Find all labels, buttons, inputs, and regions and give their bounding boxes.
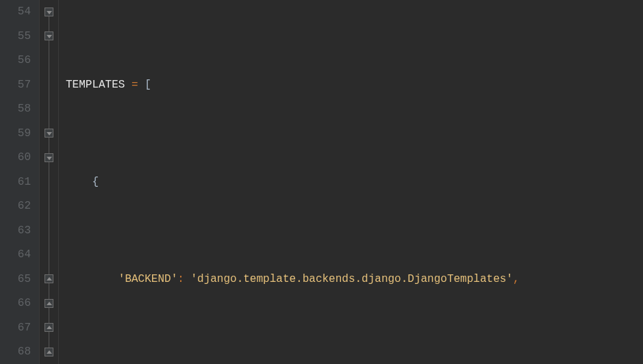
line-number: 60 — [0, 146, 31, 170]
colon: : — [177, 273, 184, 285]
comma: , — [513, 273, 520, 285]
variable-name: TEMPLATES — [66, 79, 125, 91]
fold-toggle-icon[interactable] — [45, 8, 53, 16]
line-number: 54 — [0, 0, 31, 25]
line-number: 67 — [0, 316, 31, 341]
code-line[interactable]: { — [66, 170, 526, 195]
fold-gutter — [40, 0, 59, 364]
fold-toggle-icon[interactable] — [45, 274, 53, 283]
fold-toggle-icon[interactable] — [45, 299, 53, 308]
open-brace: { — [92, 176, 99, 188]
line-number: 58 — [0, 97, 31, 122]
fold-toggle-icon[interactable] — [45, 323, 53, 332]
fold-toggle-icon[interactable] — [45, 129, 53, 138]
line-number: 57 — [0, 73, 31, 98]
dict-key: 'BACKEND' — [118, 273, 177, 285]
line-number: 61 — [0, 170, 31, 195]
fold-toggle-icon[interactable] — [45, 348, 53, 356]
line-number: 66 — [0, 291, 31, 316]
line-number: 56 — [0, 49, 31, 73]
line-number: 62 — [0, 194, 31, 219]
line-number: 68 — [0, 340, 31, 364]
code-line[interactable]: TEMPLATES = [ — [66, 73, 526, 98]
fold-toggle-icon[interactable] — [45, 153, 53, 162]
code-editor[interactable]: 54 55 56 57 58 59 60 61 62 63 64 65 66 6… — [0, 0, 643, 364]
line-number: 65 — [0, 268, 31, 292]
string-value: 'django.template.backends.django.DjangoT… — [190, 273, 512, 285]
code-area[interactable]: TEMPLATES = [ { 'BACKEND': 'django.templ… — [59, 0, 526, 364]
fold-toggle-icon[interactable] — [45, 31, 53, 40]
assign-operator: = — [131, 79, 138, 91]
line-number: 55 — [0, 25, 31, 49]
line-number: 63 — [0, 219, 31, 244]
code-line[interactable]: 'BACKEND': 'django.template.backends.dja… — [66, 268, 526, 292]
open-bracket: [ — [144, 79, 151, 91]
line-number: 59 — [0, 122, 31, 146]
line-number: 64 — [0, 243, 31, 268]
line-number-gutter: 54 55 56 57 58 59 60 61 62 63 64 65 66 6… — [0, 0, 40, 364]
